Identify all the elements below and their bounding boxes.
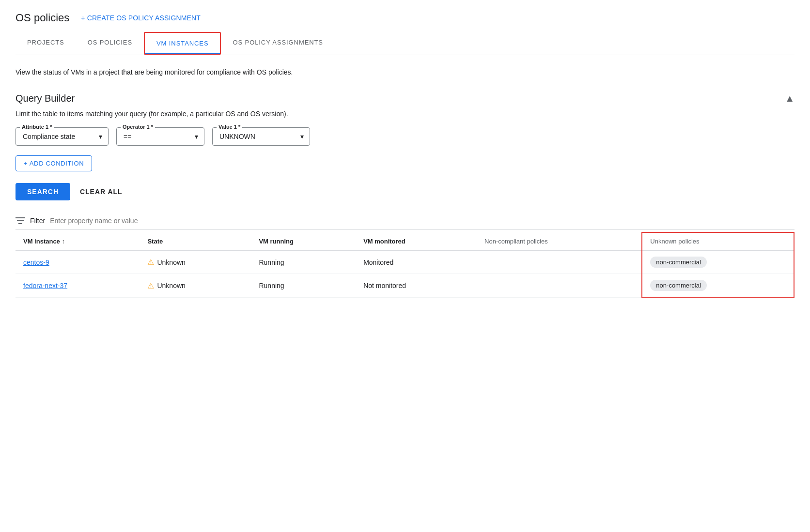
tab-projects[interactable]: PROJECTS: [16, 32, 76, 55]
col-state-label: State: [147, 238, 163, 245]
vm-link-fedora37[interactable]: fedora-next-37: [23, 282, 67, 289]
filter-row: Filter: [16, 212, 794, 230]
unknown-policy-tag-1: non-commercial: [650, 257, 706, 268]
warn-icon-1: ⚠: [147, 258, 154, 267]
col-non-compliant[interactable]: Non-compliant policies: [477, 232, 642, 250]
col-vm-running[interactable]: VM running: [251, 232, 356, 250]
page-title: OS policies: [16, 12, 69, 24]
state-text-2: Unknown: [157, 282, 185, 289]
operator-value: ==: [124, 133, 131, 140]
actions-row: SEARCH CLEAR ALL: [16, 183, 794, 200]
vm-link-centos9[interactable]: centos-9: [23, 258, 49, 266]
col-vm-instance-label: VM instance: [23, 238, 60, 245]
filter-input[interactable]: [50, 217, 794, 225]
col-non-compliant-label: Non-compliant policies: [484, 238, 548, 245]
cell-unknown-policies-2: non-commercial: [642, 274, 794, 298]
search-button[interactable]: SEARCH: [16, 183, 70, 200]
cell-vm-instance-1: centos-9: [16, 250, 140, 274]
value-dropdown-icon[interactable]: ▾: [300, 133, 304, 140]
cell-non-compliant-2: [477, 274, 642, 298]
cell-vm-instance-2: fedora-next-37: [16, 274, 140, 298]
table-row: fedora-next-37 ⚠ Unknown Running Not mon…: [16, 274, 794, 298]
attribute-dropdown-icon[interactable]: ▾: [99, 133, 102, 140]
operator-field: Operator 1 * == ▾: [116, 127, 204, 146]
query-builder: Query Builder ▲ Limit the table to items…: [16, 93, 794, 200]
query-builder-title: Query Builder: [16, 93, 75, 104]
tab-os-policy-assignments[interactable]: OS POLICY ASSIGNMENTS: [221, 32, 334, 55]
table-row: centos-9 ⚠ Unknown Running Monitored non…: [16, 250, 794, 274]
cell-unknown-policies-1: non-commercial: [642, 250, 794, 274]
cell-vm-monitored-1: Monitored: [356, 250, 477, 274]
clear-all-button[interactable]: CLEAR ALL: [80, 188, 123, 196]
tab-os-policies[interactable]: OS POLICIES: [76, 32, 144, 55]
col-vm-instance[interactable]: VM instance ↑: [16, 232, 140, 250]
col-state[interactable]: State: [140, 232, 251, 250]
page-description: View the status of VMs in a project that…: [16, 67, 355, 77]
col-vm-running-label: VM running: [259, 238, 294, 245]
attribute-value: Compliance state: [23, 133, 75, 140]
tab-vm-instances[interactable]: VM INSTANCES: [144, 32, 221, 55]
attribute-field: Attribute 1 * Compliance state ▾: [16, 127, 109, 146]
value-value: UNKNOWN: [219, 133, 255, 140]
query-builder-collapse-button[interactable]: ▲: [785, 93, 794, 104]
add-condition-button[interactable]: + ADD CONDITION: [16, 155, 92, 171]
query-row: Attribute 1 * Compliance state ▾ Operato…: [16, 127, 794, 146]
sort-icon: ↑: [62, 238, 65, 245]
warn-icon-2: ⚠: [147, 281, 154, 290]
create-policy-assignment-button[interactable]: + CREATE OS POLICY ASSIGNMENT: [81, 14, 201, 22]
col-unknown-policies-label: Unknown policies: [650, 238, 699, 245]
col-vm-monitored-label: VM monitored: [363, 238, 405, 245]
cell-non-compliant-1: [477, 250, 642, 274]
operator-dropdown-icon[interactable]: ▾: [195, 133, 198, 140]
tabs-bar: PROJECTS OS POLICIES VM INSTANCES OS POL…: [16, 32, 794, 55]
filter-label: Filter: [30, 217, 45, 225]
query-builder-subtitle: Limit the table to items matching your q…: [16, 110, 794, 118]
filter-icon: [16, 217, 25, 225]
col-unknown-policies[interactable]: Unknown policies: [642, 232, 794, 250]
cell-vm-running-1: Running: [251, 250, 356, 274]
cell-state-1: ⚠ Unknown: [140, 250, 251, 274]
vm-instances-table: VM instance ↑ State VM running VM monito…: [16, 232, 794, 298]
value-field: Value 1 * UNKNOWN ▾: [212, 127, 310, 146]
col-vm-monitored[interactable]: VM monitored: [356, 232, 477, 250]
cell-vm-monitored-2: Not monitored: [356, 274, 477, 298]
unknown-policy-tag-2: non-commercial: [650, 280, 706, 291]
state-text-1: Unknown: [157, 258, 185, 266]
cell-vm-running-2: Running: [251, 274, 356, 298]
cell-state-2: ⚠ Unknown: [140, 274, 251, 298]
